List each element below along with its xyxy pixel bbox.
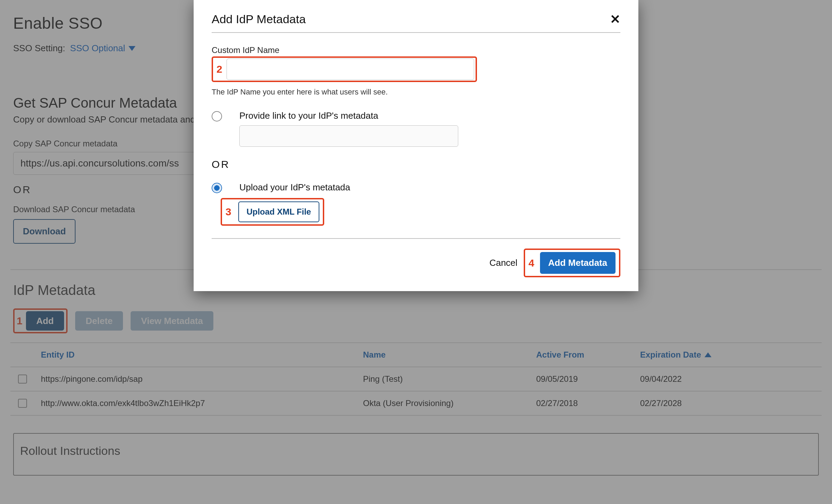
- callout-number: 2: [216, 63, 222, 75]
- custom-idp-name-hint: The IdP Name you enter here is what user…: [212, 88, 620, 97]
- add-idp-metadata-modal: Add IdP Metadata ✕ Custom IdP Name 2 The…: [194, 0, 638, 291]
- close-icon[interactable]: ✕: [610, 13, 620, 26]
- cancel-button[interactable]: Cancel: [489, 258, 517, 268]
- custom-idp-name-input[interactable]: [227, 58, 474, 80]
- radio-upload-metadata[interactable]: [212, 183, 222, 193]
- callout-number: 3: [225, 206, 231, 218]
- custom-idp-name-label: Custom IdP Name: [212, 45, 620, 55]
- upload-xml-button[interactable]: Upload XML File: [238, 201, 319, 222]
- modal-title: Add IdP Metadata: [212, 12, 306, 26]
- callout-2: 2: [212, 56, 477, 82]
- idp-metadata-link-input[interactable]: [239, 125, 458, 147]
- callout-3: 3 Upload XML File: [221, 198, 324, 226]
- callout-number: 4: [529, 257, 534, 269]
- modal-divider: [212, 32, 620, 33]
- callout-4: 4 Add Metadata: [524, 249, 620, 277]
- or-separator: OR: [212, 159, 620, 170]
- radio-provide-link-label: Provide link to your IdP's metadata: [239, 110, 458, 121]
- modal-divider: [212, 238, 620, 239]
- radio-upload-metadata-label: Upload your IdP's metatada: [239, 182, 350, 193]
- add-metadata-button[interactable]: Add Metadata: [540, 252, 616, 274]
- radio-provide-link[interactable]: [212, 111, 222, 122]
